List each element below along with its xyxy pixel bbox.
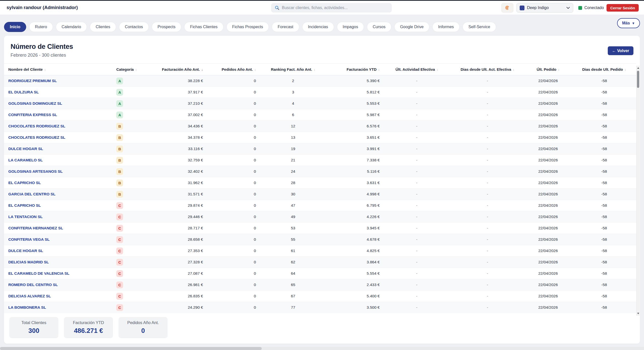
value-cell: 24.290 € — [153, 302, 206, 313]
tab-cursos[interactable]: Cursos — [367, 22, 391, 32]
column-header[interactable]: Facturación Año Ant.↓ — [153, 64, 206, 75]
tab-informes[interactable]: Informes — [432, 22, 460, 32]
column-header[interactable]: Últ. Actividad Efectiva↕ — [383, 64, 451, 75]
value-cell: - — [383, 109, 451, 121]
logout-button[interactable]: Cerrar Sesión — [607, 4, 639, 12]
value-cell: 22/04/2026 — [524, 302, 572, 313]
value-cell: 26.835 € — [153, 291, 206, 302]
client-link[interactable]: DELICIAS MADRID SL — [8, 260, 49, 264]
value-cell: 27.328 € — [153, 257, 206, 268]
client-link[interactable]: CHOCOLATES RODRIGUEZ SL — [8, 124, 65, 128]
value-cell: 6 — [259, 109, 327, 121]
caret-down-icon: ▼ — [632, 21, 635, 25]
category-badge: B — [116, 191, 123, 198]
tab-fichas-clientes[interactable]: Fichas Clientes — [184, 22, 223, 32]
category-cell: C — [105, 291, 153, 302]
back-button[interactable]: ← Volver — [608, 46, 633, 55]
column-header[interactable]: Pedidos Año Ant.↕ — [206, 64, 259, 75]
summary-card: Pedidos Año Ant.0 — [119, 317, 168, 338]
tab-google-drive[interactable]: Google Drive — [394, 22, 429, 32]
value-cell: - — [383, 200, 451, 211]
value-cell: 5.116 € — [327, 166, 383, 177]
theme-selected-value: Deep Indigo — [527, 6, 564, 10]
table-row: DELICIAS ALVAREZ SLC26.835 €0675.400 €--… — [4, 291, 636, 302]
client-link[interactable]: GOLOSINAS ARTESANOS SL — [8, 169, 63, 173]
value-cell: - — [383, 279, 451, 291]
search-input[interactable] — [282, 6, 388, 10]
scroll-up-icon[interactable] — [637, 67, 639, 69]
theme-select[interactable]: Deep Indigo — [516, 3, 573, 13]
value-cell: 4 — [259, 98, 327, 109]
column-header[interactable]: Facturación YTD↕ — [327, 64, 383, 75]
category-cell: A — [105, 87, 153, 98]
column-header[interactable]: Dias desde Ult. Pedido↕ — [572, 64, 636, 75]
scroll-down-icon[interactable] — [637, 313, 639, 314]
client-link[interactable]: CHOCOLATES RODRIGUEZ SL — [8, 135, 65, 139]
client-cell: GARCIA DEL CENTRO SL — [4, 189, 105, 200]
tab-fichas-prospects[interactable]: Fichas Prospects — [226, 22, 269, 32]
summary-value: 300 — [28, 327, 39, 335]
column-header[interactable]: Dias desde Ult. Act. Efectiva↕ — [451, 64, 524, 75]
column-header[interactable]: Ranking Fact. Año Ant.↕ — [259, 64, 327, 75]
category-cell: C — [105, 279, 153, 291]
horizontal-scrollbar-thumb[interactable] — [0, 347, 262, 350]
client-link[interactable]: GARCIA DEL CENTRO SL — [8, 192, 55, 196]
value-cell: -58 — [572, 75, 636, 87]
more-tabs-button[interactable]: Más ▼ — [617, 18, 640, 28]
client-link[interactable]: EL CARAMELO DE VALENCIA SL — [8, 271, 69, 275]
horizontal-scrollbar[interactable] — [0, 347, 644, 350]
client-cell: DELICIAS ALVAREZ SL — [4, 291, 105, 302]
value-cell: 3 — [259, 87, 327, 98]
client-link[interactable]: EL CAPRICHO SL — [8, 203, 41, 207]
value-cell: 0 — [206, 155, 259, 166]
vertical-scrollbar[interactable] — [636, 66, 640, 316]
column-header[interactable]: Nombre del Cliente↕ — [4, 64, 105, 75]
value-cell: - — [383, 302, 451, 313]
tab-prospects[interactable]: Prospects — [152, 22, 181, 32]
tab-inicio[interactable]: Inicio — [4, 22, 26, 32]
vertical-scrollbar-thumb[interactable] — [637, 71, 639, 88]
client-link[interactable]: LA CARAMELO SL — [8, 158, 43, 162]
client-link[interactable]: DELICIAS ALVAREZ SL — [8, 294, 51, 298]
tab-calendario[interactable]: Calendario — [56, 22, 87, 32]
column-header[interactable]: Categoría↕ — [105, 64, 153, 75]
sort-icon: ↕ — [436, 68, 438, 72]
global-search[interactable] — [271, 3, 392, 12]
client-link[interactable]: LA BOMBONERA SL — [8, 305, 46, 309]
category-cell: B — [105, 166, 153, 177]
column-header[interactable]: Últ. Pedido↕ — [524, 64, 572, 75]
tab-rutero[interactable]: Rutero — [29, 22, 53, 32]
column-label: Últ. Pedido — [537, 67, 556, 72]
tab-impagos[interactable]: Impagos — [337, 22, 364, 32]
value-cell: 30 — [259, 189, 327, 200]
value-cell: - — [383, 234, 451, 245]
client-link[interactable]: EL DULZURA SL — [8, 90, 39, 94]
client-link[interactable]: GOLOSINAS DOMINGUEZ SL — [8, 101, 62, 106]
client-link[interactable]: CONFITERIA EXPRESS SL — [8, 113, 57, 117]
clients-report-panel: Número de Clientes Febrero 2026 - 300 cl… — [4, 36, 640, 344]
client-link[interactable]: CONFITERIA HERNANDEZ SL — [8, 226, 63, 230]
value-cell: 6.576 € — [327, 121, 383, 132]
tab-contactos[interactable]: Contactos — [119, 22, 149, 32]
category-cell: C — [105, 245, 153, 257]
client-link[interactable]: LA TENTACION SL — [8, 215, 43, 219]
client-link[interactable]: ROMERO DEL CENTRO SL — [8, 283, 58, 287]
tab-self-service[interactable]: Self-Service — [463, 22, 496, 32]
client-cell: ROMERO DEL CENTRO SL — [4, 279, 105, 291]
table-row: CHOCOLATES RODRIGUEZ SLB34.378 €0133.651… — [4, 132, 636, 143]
summary-label: Facturación YTD — [73, 320, 104, 325]
category-badge: C — [116, 270, 123, 277]
client-link[interactable]: EL CAPRICHO SL — [8, 181, 41, 185]
dark-mode-toggle[interactable] — [501, 3, 513, 13]
tab-forecast[interactable]: Forecast — [272, 22, 299, 32]
value-cell: - — [451, 109, 524, 121]
client-cell: EL CARAMELO DE VALENCIA SL — [4, 268, 105, 279]
client-link[interactable]: CONFITERIA VEGA SL — [8, 237, 50, 241]
client-cell: LA CARAMELO SL — [4, 155, 105, 166]
value-cell: -58 — [572, 155, 636, 166]
tab-incidencias[interactable]: Incidencias — [302, 22, 334, 32]
client-link[interactable]: DULCE HOGAR SL — [8, 147, 43, 151]
tab-clientes[interactable]: Clientes — [90, 22, 116, 32]
client-link[interactable]: RODRIGUEZ PREMIUM SL — [8, 79, 57, 83]
client-link[interactable]: DULCE HOGAR SL — [8, 249, 43, 253]
